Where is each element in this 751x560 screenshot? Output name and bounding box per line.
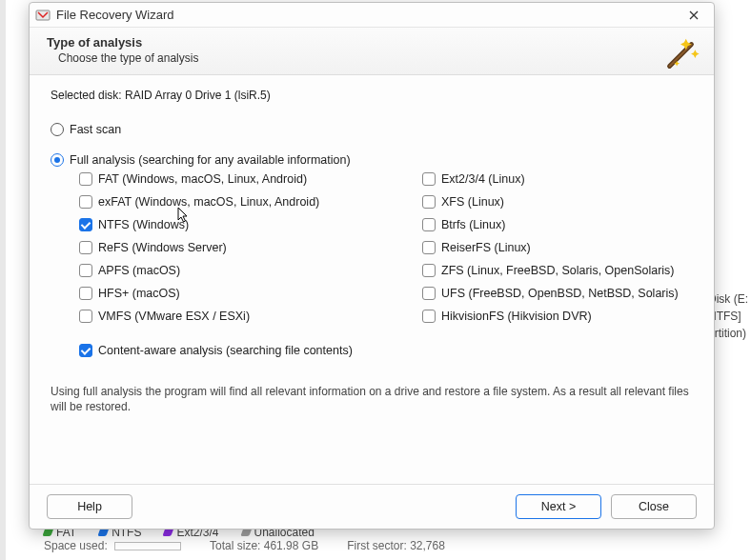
app-icon	[35, 8, 51, 23]
checkbox-label: ReiserFS (Linux)	[441, 241, 531, 254]
checkbox-label: NTFS (Windows)	[98, 218, 189, 231]
checkbox-label: Content-aware analysis (searching file c…	[98, 344, 353, 357]
checkbox-fs[interactable]: HikvisionFS (Hikvision DVR)	[422, 310, 708, 323]
radio-icon	[51, 153, 64, 167]
checkbox-fs[interactable]: VMFS (VMware ESX / ESXi)	[79, 310, 394, 323]
checkbox-icon	[79, 172, 92, 186]
checkbox-fs[interactable]: Ext2/3/4 (Linux)	[422, 172, 708, 186]
checkbox-label: HFS+ (macOS)	[98, 287, 180, 300]
checkbox-label: Ext2/3/4 (Linux)	[441, 172, 525, 186]
wizard-header: Type of analysis Choose the type of anal…	[30, 28, 714, 75]
checkbox-fs[interactable]: exFAT (Windows, macOS, Linux, Android)	[79, 195, 394, 209]
next-button[interactable]: Next >	[516, 494, 601, 519]
checkbox-icon	[79, 241, 92, 254]
bg-status-bar: Space used: Total size: 461.98 GB First …	[44, 531, 751, 560]
checkbox-label: FAT (Windows, macOS, Linux, Android)	[98, 172, 307, 186]
checkbox-label: exFAT (Windows, macOS, Linux, Android)	[98, 195, 319, 209]
checkbox-fs[interactable]: FAT (Windows, macOS, Linux, Android)	[79, 172, 394, 186]
close-icon	[689, 10, 699, 20]
checkbox-fs[interactable]: ZFS (Linux, FreeBSD, Solaris, OpenSolari…	[422, 264, 708, 277]
radio-fast-scan[interactable]: Fast scan	[51, 123, 693, 136]
wizard-wand-icon	[659, 33, 702, 77]
checkbox-label: APFS (macOS)	[98, 264, 180, 277]
help-button[interactable]: Help	[47, 494, 132, 519]
checkbox-fs[interactable]: Btrfs (Linux)	[422, 218, 708, 231]
checkbox-icon	[79, 310, 92, 323]
checkbox-label: ReFS (Windows Server)	[98, 241, 227, 254]
checkbox-fs[interactable]: ReiserFS (Linux)	[422, 241, 708, 254]
radio-label: Fast scan	[70, 123, 121, 136]
checkbox-label: UFS (FreeBSD, OpenBSD, NetBSD, Solaris)	[441, 287, 679, 300]
checkbox-icon	[422, 264, 436, 277]
wizard-dialog: File Recovery Wizard Type of analysis Ch…	[29, 2, 715, 530]
checkbox-fs[interactable]: ReFS (Windows Server)	[79, 241, 394, 254]
checkbox-icon	[79, 264, 92, 277]
header-subtitle: Choose the type of analysis	[58, 51, 697, 65]
checkbox-icon	[422, 218, 436, 231]
titlebar-title: File Recovery Wizard	[56, 8, 174, 22]
titlebar: File Recovery Wizard	[30, 3, 714, 28]
checkbox-icon	[422, 172, 436, 186]
checkbox-icon	[422, 195, 436, 209]
checkbox-fs[interactable]: APFS (macOS)	[79, 264, 394, 277]
close-button[interactable]	[680, 5, 708, 26]
radio-icon	[51, 123, 64, 136]
wizard-content: Selected disk: RAID Array 0 Drive 1 (lsi…	[30, 75, 714, 484]
checkbox-fs[interactable]: UFS (FreeBSD, OpenBSD, NetBSD, Solaris)	[422, 287, 708, 300]
checkbox-label: VMFS (VMware ESX / ESXi)	[98, 310, 250, 323]
svg-rect-0	[36, 10, 50, 20]
wizard-footer: Help Next > Close	[30, 484, 714, 529]
checkbox-icon	[422, 241, 436, 254]
close-dialog-button[interactable]: Close	[611, 494, 697, 519]
checkbox-label: HikvisionFS (Hikvision DVR)	[441, 310, 592, 323]
checkbox-label: ZFS (Linux, FreeBSD, Solaris, OpenSolari…	[441, 264, 675, 277]
checkbox-icon	[79, 287, 92, 300]
checkbox-label: XFS (Linux)	[441, 195, 504, 209]
radio-full-analysis[interactable]: Full analysis (searching for any availab…	[51, 153, 693, 167]
hint-text: Using full analysis the program will fin…	[51, 384, 693, 414]
radio-label: Full analysis (searching for any availab…	[70, 153, 351, 167]
checkbox-fs[interactable]: XFS (Linux)	[422, 195, 708, 209]
filesystem-grid: FAT (Windows, macOS, Linux, Android)Ext2…	[79, 172, 693, 323]
checkbox-icon	[422, 310, 436, 323]
checkbox-icon	[79, 218, 92, 231]
checkbox-fs[interactable]: HFS+ (macOS)	[79, 287, 394, 300]
checkbox-fs[interactable]: NTFS (Windows)	[79, 218, 394, 231]
checkbox-content-aware[interactable]: Content-aware analysis (searching file c…	[79, 344, 693, 357]
selected-disk-label: Selected disk: RAID Array 0 Drive 1 (lsi…	[51, 89, 693, 102]
checkbox-icon	[422, 287, 436, 300]
checkbox-label: Btrfs (Linux)	[441, 218, 505, 231]
checkbox-icon	[79, 195, 92, 209]
header-title: Type of analysis	[47, 35, 697, 50]
checkbox-icon	[79, 344, 92, 357]
